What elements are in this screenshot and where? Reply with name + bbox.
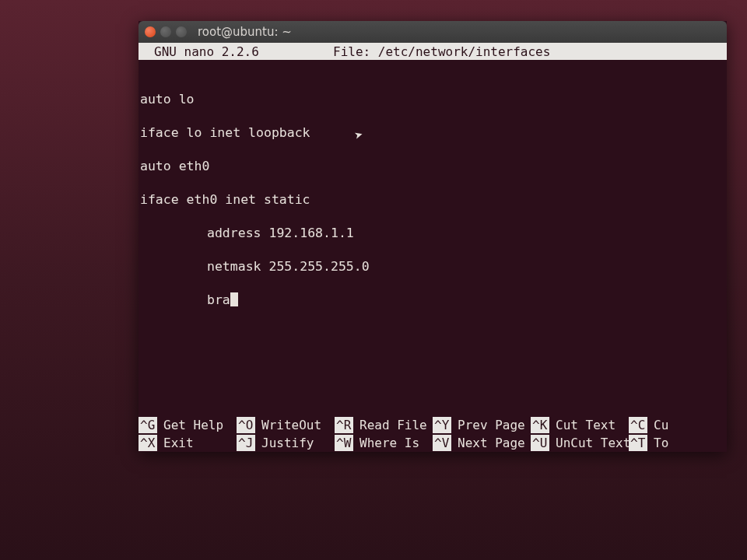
shortcut-row: ^XExit ^JJustify ^WWhere Is ^VNext Page … xyxy=(139,434,727,452)
window-controls xyxy=(145,26,187,37)
shortcut-read-file[interactable]: ^RRead File xyxy=(335,417,433,433)
editor-line: iface lo inet loopback xyxy=(140,124,727,142)
window-title: root@ubuntu: ~ xyxy=(198,25,292,39)
editor-line: auto eth0 xyxy=(140,158,727,175)
nano-file-label: File: xyxy=(333,44,370,59)
nano-header-bar: GNU nano 2.2.6 File: /etc/network/interf… xyxy=(139,43,727,60)
editor-line: bra xyxy=(140,292,727,309)
editor-line: auto lo xyxy=(140,91,727,108)
terminal-window: root@ubuntu: ~ GNU nano 2.2.6 File: /etc… xyxy=(139,21,727,452)
shortcut-writeout[interactable]: ^OWriteOut xyxy=(237,417,335,433)
text-cursor xyxy=(230,292,238,306)
editor-line: iface eth0 inet static xyxy=(140,191,727,208)
editor-line: address 192.168.1.1 xyxy=(140,225,727,242)
shortcut-get-help[interactable]: ^GGet Help xyxy=(139,417,237,433)
editor-content[interactable]: auto lo iface lo inet loopback auto eth0… xyxy=(139,60,727,416)
nano-file-info: File: /etc/network/interfaces xyxy=(333,44,727,59)
shortcut-where-is[interactable]: ^WWhere Is xyxy=(335,435,433,451)
shortcut-uncut-text[interactable]: ^UUnCut Text xyxy=(531,435,629,451)
close-icon[interactable] xyxy=(145,26,156,37)
shortcut-cur-pos[interactable]: ^CCu xyxy=(629,417,727,433)
shortcut-cut-text[interactable]: ^KCut Text xyxy=(531,417,629,433)
shortcut-justify[interactable]: ^JJustify xyxy=(237,435,335,451)
nano-version: GNU nano 2.2.6 xyxy=(139,44,333,59)
shortcut-next-page[interactable]: ^VNext Page xyxy=(433,435,531,451)
shortcut-to-spell[interactable]: ^TTo xyxy=(629,435,727,451)
nano-shortcut-bar: ^GGet Help ^OWriteOut ^RRead File ^YPrev… xyxy=(139,416,727,452)
shortcut-exit[interactable]: ^XExit xyxy=(139,435,237,451)
editor-line: netmask 255.255.255.0 xyxy=(140,258,727,275)
minimize-icon[interactable] xyxy=(160,26,171,37)
window-titlebar[interactable]: root@ubuntu: ~ xyxy=(139,21,727,43)
nano-file-path: /etc/network/interfaces xyxy=(378,44,551,59)
shortcut-prev-page[interactable]: ^YPrev Page xyxy=(433,417,531,433)
maximize-icon[interactable] xyxy=(176,26,187,37)
shortcut-row: ^GGet Help ^OWriteOut ^RRead File ^YPrev… xyxy=(139,416,727,434)
